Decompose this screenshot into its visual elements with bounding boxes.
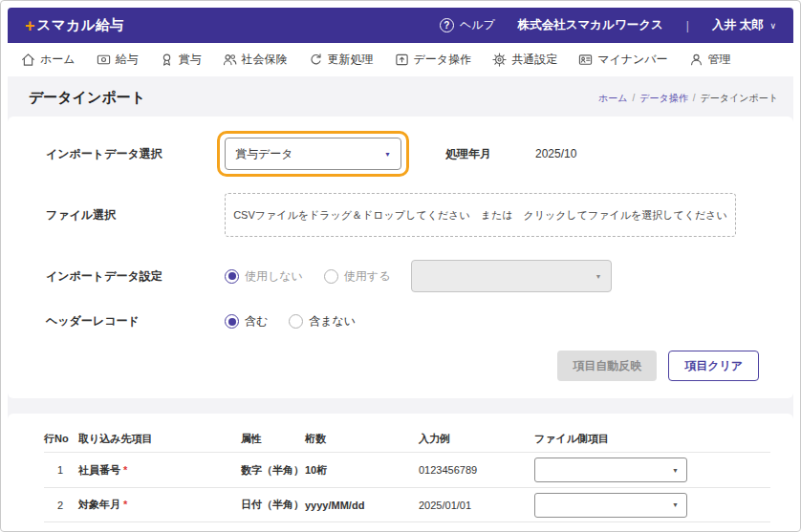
chevron-down-icon: ∨ (769, 21, 776, 31)
radio-use[interactable]: 使用する (324, 268, 391, 285)
breadcrumb: ホーム / データ操作 / データインポート (598, 92, 778, 105)
import-settings-label: インポートデータ設定 (46, 268, 225, 285)
nav-item-bonus[interactable]: 賞与 (160, 52, 202, 68)
logo-text: スマカル給与 (37, 16, 124, 34)
nav-item-admin[interactable]: 管理 (689, 52, 731, 68)
radio-unchecked-icon (289, 314, 303, 329)
settings-select: ▼ (411, 260, 612, 292)
nav-label: 共通設定 (511, 52, 557, 68)
cell-digits: yyyy/MM/dd (305, 500, 419, 511)
nav-label: データ操作 (414, 52, 472, 68)
radio-exclude[interactable]: 含まない (289, 313, 356, 330)
help-button[interactable]: ? ヘルプ (440, 17, 495, 33)
header-record-label: ヘッダーレコード (46, 313, 225, 330)
cell-target-field: 社員番号* (78, 463, 241, 478)
data-operations-icon (395, 53, 409, 67)
nav-item-home[interactable]: ホーム (21, 52, 76, 68)
company-name: 株式会社スマカルワークス (518, 17, 663, 33)
file-select-label: ファイル選択 (46, 207, 225, 223)
nav-label: 社会保険 (242, 52, 288, 68)
page-head: データインポート ホーム / データ操作 / データインポート (8, 76, 793, 117)
file-field-select-row1[interactable]: ▼ (534, 458, 687, 482)
period-label: 処理年月 (445, 146, 491, 162)
import-data-select-wrap: 賞与データ ▼ (225, 138, 401, 170)
user-menu[interactable]: 入井 太郎 ∨ (712, 17, 776, 33)
auto-reflect-button: 項目自動反映 (557, 351, 657, 381)
breadcrumb-current: データインポート (701, 92, 778, 105)
cell-row-no: 2 (44, 500, 78, 511)
period-value: 2025/10 (535, 147, 576, 160)
file-select-row: ファイル選択 CSVファイルをドラッグ＆ドロップしてください または クリックし… (46, 193, 770, 237)
chevron-down-icon: ▼ (672, 467, 679, 474)
file-dropzone-text: CSVファイルをドラッグ＆ドロップしてください または クリックしてファイルを選… (233, 208, 727, 223)
header-separator: | (686, 19, 689, 32)
file-field-select-row2[interactable]: ▼ (534, 493, 687, 518)
breadcrumb-separator: / (693, 93, 696, 103)
col-header-row-no: 行No (44, 432, 78, 446)
radio-not-use[interactable]: 使用しない (225, 268, 303, 285)
col-header-target-field: 取り込み先項目 (78, 432, 241, 446)
radio-unchecked-icon (324, 269, 338, 284)
cell-file-field: ▼ (534, 458, 770, 482)
salary-icon (97, 53, 111, 67)
import-data-select[interactable]: 賞与データ ▼ (225, 138, 401, 170)
help-label: ヘルプ (460, 17, 495, 33)
col-header-digits: 桁数 (305, 432, 419, 446)
header-record-row: ヘッダーレコード 含む 含まない (46, 313, 770, 330)
page-content: データインポート ホーム / データ操作 / データインポート インポートデータ… (8, 76, 793, 524)
nav-label: 給与 (116, 52, 139, 68)
import-data-row: インポートデータ選択 賞与データ ▼ 処理年月 2025/10 (46, 138, 770, 170)
clear-items-button[interactable]: 項目クリア (668, 351, 759, 381)
required-asterisk: * (123, 464, 127, 476)
cell-target-field: 対象年月* (78, 498, 241, 512)
nav-item-social-insurance[interactable]: 社会保険 (223, 52, 288, 68)
radio-checked-icon (225, 269, 239, 284)
radio-exclude-label: 含まない (309, 313, 356, 330)
radio-use-label: 使用する (344, 268, 391, 285)
col-header-example: 入力例 (419, 432, 534, 446)
radio-checked-icon (225, 314, 239, 329)
breadcrumb-data-operations[interactable]: データ操作 (639, 92, 687, 105)
refresh-icon (309, 53, 323, 67)
nav-label: マイナンバー (597, 52, 667, 68)
file-dropzone[interactable]: CSVファイルをドラッグ＆ドロップしてください または クリックしてファイルを選… (225, 193, 736, 237)
form-buttons: 項目自動反映 項目クリア (46, 351, 770, 381)
bonus-icon (160, 53, 174, 67)
header: + スマカル給与 ? ヘルプ 株式会社スマカルワークス | 入井 太郎 ∨ (8, 8, 793, 43)
app-logo[interactable]: + スマカル給与 (25, 16, 124, 34)
field-name: 対象年月 (78, 499, 120, 510)
header-right: ? ヘルプ 株式会社スマカルワークス | 入井 太郎 ∨ (440, 17, 776, 33)
question-icon: ? (440, 18, 454, 32)
cell-digits: 10桁 (305, 463, 419, 478)
user-icon (689, 53, 704, 67)
radio-include[interactable]: 含む (225, 313, 268, 330)
field-name: 社員番号 (78, 464, 120, 476)
chevron-down-icon: ▼ (595, 273, 601, 280)
table-header-row: 行No 取り込み先項目 属性 桁数 入力例 ファイル側項目 (44, 425, 770, 452)
nav-item-update[interactable]: 更新処理 (309, 52, 374, 68)
id-card-icon (578, 53, 593, 67)
main-nav: ホーム 給与 賞与 社会保険 更新処理 データ操作 (8, 43, 793, 76)
nav-item-common-settings[interactable]: 共通設定 (492, 52, 557, 68)
user-name: 入井 太郎 (712, 17, 763, 33)
nav-label: ホーム (40, 52, 76, 68)
chevron-down-icon: ▼ (384, 151, 391, 158)
import-data-select-value: 賞与データ (235, 146, 293, 162)
cell-example: 2025/01/01 (419, 500, 534, 511)
nav-item-salary[interactable]: 給与 (97, 52, 139, 68)
radio-not-use-label: 使用しない (245, 268, 303, 285)
import-settings-row: インポートデータ設定 使用しない 使用する ▼ (46, 260, 770, 292)
required-asterisk: * (123, 499, 127, 510)
cell-attribute: 数字（半角） (241, 463, 305, 478)
chevron-down-icon: ▼ (672, 501, 679, 508)
breadcrumb-home[interactable]: ホーム (598, 92, 627, 105)
nav-item-mynumber[interactable]: マイナンバー (578, 52, 667, 68)
table-row: 2 対象年月* 日付（半角） yyyy/MM/dd 2025/01/01 ▼ (44, 487, 770, 522)
nav-item-data-operations[interactable]: データ操作 (395, 52, 472, 68)
cell-example: 0123456789 (419, 464, 534, 476)
cell-row-no: 1 (44, 464, 78, 476)
col-header-attribute: 属性 (241, 432, 305, 446)
social-insurance-icon (223, 53, 237, 67)
col-header-file-field: ファイル側項目 (534, 432, 770, 446)
radio-include-label: 含む (245, 313, 268, 330)
